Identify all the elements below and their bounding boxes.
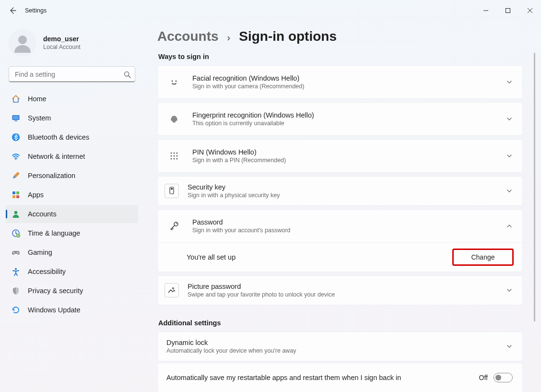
svg-point-18 xyxy=(15,268,17,270)
card-title: Picture password xyxy=(188,283,497,290)
time-icon xyxy=(12,229,20,238)
card-sub: Sign in with your camera (Recommended) xyxy=(192,83,497,90)
vertical-scrollbar[interactable] xyxy=(532,29,536,392)
security-key-icon xyxy=(165,184,179,198)
svg-point-23 xyxy=(176,153,177,154)
svg-point-27 xyxy=(171,158,172,159)
nav-item-system[interactable]: System xyxy=(6,109,138,127)
nav-label: Bluetooth & devices xyxy=(28,133,89,141)
system-icon xyxy=(12,114,20,122)
nav-item-accessibility[interactable]: Accessibility xyxy=(6,262,138,281)
setting-title: Automatically save my restartable apps a… xyxy=(166,374,470,381)
signin-pin[interactable]: PIN (Windows Hello) Sign in with a PIN (… xyxy=(157,139,523,173)
card-sub: Sign in with a PIN (Recommended) xyxy=(192,157,497,164)
chevron-down-icon xyxy=(506,188,513,194)
search-box[interactable] xyxy=(9,66,135,83)
breadcrumb: Accounts › Sign-in options xyxy=(157,29,523,44)
minimize-button[interactable] xyxy=(475,3,497,18)
svg-point-1 xyxy=(18,36,27,44)
avatar xyxy=(9,29,36,57)
svg-point-12 xyxy=(14,211,18,214)
chevron-down-icon xyxy=(506,79,513,85)
nav-item-personalization[interactable]: Personalization xyxy=(6,166,138,185)
nav-label: Accounts xyxy=(28,210,57,218)
signin-picture-password[interactable]: Picture password Swipe and tap your favo… xyxy=(157,275,523,305)
gaming-icon xyxy=(12,248,20,257)
signin-methods-list: Facial recognition (Windows Hello) Sign … xyxy=(157,65,523,307)
close-button[interactable] xyxy=(519,3,541,18)
card-sub: This option is currently unavailable xyxy=(192,120,497,127)
svg-point-17 xyxy=(18,253,19,254)
nav-label: Home xyxy=(28,95,47,103)
nav-label: System xyxy=(28,114,51,122)
nav-item-bluetooth[interactable]: Bluetooth & devices xyxy=(6,128,138,146)
chevron-up-icon xyxy=(506,223,513,229)
close-icon xyxy=(528,8,532,13)
nav-item-home[interactable]: Home xyxy=(6,90,138,108)
card-sub: Sign in with your account's password xyxy=(192,227,497,234)
breadcrumb-parent[interactable]: Accounts xyxy=(157,29,219,44)
back-button[interactable] xyxy=(3,1,22,20)
profile-sub: Local Account xyxy=(43,44,81,50)
chevron-right-icon: › xyxy=(227,32,231,43)
card-title: Facial recognition (Windows Hello) xyxy=(192,74,497,82)
update-icon xyxy=(12,306,20,314)
nav-item-accounts[interactable]: Accounts xyxy=(6,205,138,223)
svg-point-33 xyxy=(176,223,177,224)
change-password-button[interactable]: Change xyxy=(453,249,513,265)
apps-icon xyxy=(12,190,20,199)
section-ways-title: Ways to sign in xyxy=(158,53,523,60)
bluetooth-icon xyxy=(12,133,20,142)
sidebar: demo_user Local Account Home xyxy=(0,21,144,392)
nav-label: Time & language xyxy=(28,229,80,237)
card-title: Security key xyxy=(188,183,497,191)
nav-item-network[interactable]: Network & internet xyxy=(6,147,138,166)
signin-security-key[interactable]: Security key Sign in with a physical sec… xyxy=(157,176,523,206)
card-title: PIN (Windows Hello) xyxy=(192,148,497,156)
nav-item-update[interactable]: Windows Update xyxy=(6,301,138,319)
svg-point-21 xyxy=(171,153,172,154)
nav-item-gaming[interactable]: Gaming xyxy=(6,243,138,261)
person-icon xyxy=(12,32,34,54)
password-status: You're all set up xyxy=(187,253,445,261)
setting-title: Dynamic lock xyxy=(166,339,497,346)
nav-item-privacy[interactable]: Privacy & security xyxy=(6,282,138,300)
window-title: Settings xyxy=(25,7,47,14)
restart-apps-toggle[interactable] xyxy=(494,373,513,382)
maximize-button[interactable] xyxy=(497,3,519,18)
card-title: Password xyxy=(192,218,497,226)
card-sub: Sign in with a physical security key xyxy=(188,192,497,199)
nav-label: Personalization xyxy=(28,172,75,179)
svg-point-29 xyxy=(176,158,177,159)
picture-icon xyxy=(165,283,179,297)
password-subrow: You're all set up Change xyxy=(158,242,522,272)
nav-item-time[interactable]: Time & language xyxy=(6,224,138,242)
svg-rect-31 xyxy=(171,188,173,190)
home-icon xyxy=(12,95,20,103)
svg-rect-9 xyxy=(16,191,19,194)
titlebar: Settings xyxy=(0,0,541,21)
signin-facial[interactable]: Facial recognition (Windows Hello) Sign … xyxy=(157,65,523,99)
setting-dynamic-lock[interactable]: Dynamic lock Automatically lock your dev… xyxy=(157,332,523,361)
svg-point-20 xyxy=(176,81,177,82)
section-additional-title: Additional settings xyxy=(158,319,523,327)
nav-item-apps[interactable]: Apps xyxy=(6,186,138,204)
chevron-down-icon xyxy=(506,343,513,350)
svg-rect-4 xyxy=(13,116,19,119)
search-input[interactable] xyxy=(14,70,124,79)
signin-password-header[interactable]: Password Sign in with your account's pas… xyxy=(158,210,522,242)
svg-point-28 xyxy=(174,158,175,159)
profile-block[interactable]: demo_user Local Account xyxy=(4,26,140,63)
card-title: Fingerprint recognition (Windows Hello) xyxy=(192,111,497,119)
chevron-down-icon xyxy=(506,287,513,294)
signin-fingerprint[interactable]: Fingerprint recognition (Windows Hello) … xyxy=(157,102,523,136)
minimize-icon xyxy=(483,8,488,13)
maximize-icon xyxy=(506,8,510,13)
nav-label: Apps xyxy=(28,191,44,199)
settings-window: Settings dem xyxy=(0,0,541,392)
card-sub: Swipe and tap your favorite photo to unl… xyxy=(188,291,497,298)
svg-rect-8 xyxy=(12,191,15,194)
nav-label: Accessibility xyxy=(28,268,66,275)
scrollbar-thumb[interactable] xyxy=(534,53,535,321)
svg-point-34 xyxy=(173,288,174,289)
